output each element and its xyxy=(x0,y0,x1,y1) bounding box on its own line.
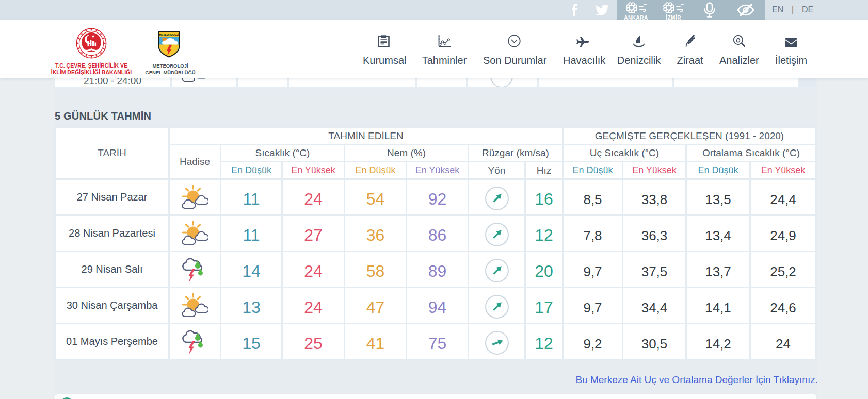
svg-text:METEOROLOJİ: METEOROLOJİ xyxy=(159,33,179,36)
